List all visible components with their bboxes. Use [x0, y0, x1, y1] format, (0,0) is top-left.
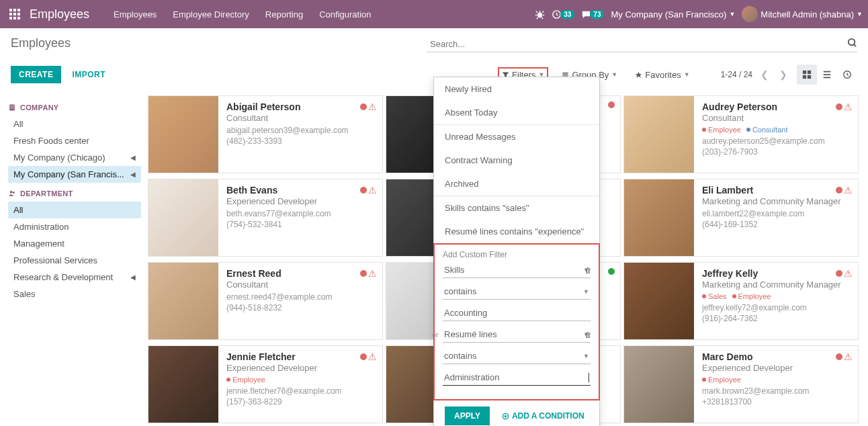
employee-card[interactable]: Jeffrey KellyMarketing and Community Man… [623, 262, 859, 340]
svg-rect-6 [808, 75, 811, 79]
list-view-button[interactable] [817, 65, 837, 85]
filter-option[interactable]: Absent Today [434, 101, 599, 124]
view-switcher [797, 65, 857, 85]
tag: Consultant [746, 126, 788, 134]
create-button[interactable]: CREATE [11, 66, 61, 83]
favorites-label: Favorites [645, 70, 681, 80]
status-dot-icon [360, 353, 367, 360]
tag: Employee [702, 376, 741, 384]
activity-icon[interactable]: 33 [552, 9, 574, 19]
nav-configuration[interactable]: Configuration [311, 9, 379, 19]
filter-field-select-1[interactable]: Skills▼ [443, 262, 591, 278]
sidebar-dept-header: DEPARTMENT [8, 189, 141, 198]
trash-icon[interactable]: 🗑 [584, 331, 592, 339]
filter-option[interactable]: Skills contains "sales" [434, 196, 599, 220]
pager-next[interactable]: ❯ [777, 67, 790, 83]
sidebar-company-item[interactable]: My Company (Chicago)◀ [8, 149, 141, 166]
employee-name: Jennie Fletcher [226, 351, 376, 362]
employee-name: Audrey Peterson [702, 101, 851, 112]
employee-email: audrey.peterson25@example.com [702, 136, 851, 146]
sidebar-dept-item[interactable]: Administration [8, 218, 141, 235]
tag: Employee [226, 376, 265, 384]
status-dot-icon [836, 103, 842, 110]
filter-option[interactable]: Newly Hired [434, 77, 599, 101]
pager-prev[interactable]: ❮ [758, 67, 771, 83]
filter-value-input-1[interactable]: Accounting [443, 305, 591, 321]
svg-point-0 [537, 12, 543, 17]
favorites-toggle[interactable]: Favorites ▼ [631, 67, 693, 83]
warning-icon: ⚠ [844, 268, 853, 279]
search-input[interactable] [427, 36, 857, 52]
svg-point-14 [13, 191, 15, 194]
status-dot-icon [360, 270, 367, 277]
filter-option[interactable]: Unread Messages [434, 125, 599, 148]
sidebar-dept-item[interactable]: Research & Development◀ [8, 269, 141, 286]
add-condition-button[interactable]: ADD A CONDITION [502, 411, 584, 421]
custom-filter-panel: Add Custom Filter Skills▼ 🗑 contains▼ Ac… [433, 243, 600, 400]
filter-op-select-2[interactable]: contains▼ [443, 348, 591, 364]
employee-phone: (754)-532-3841 [226, 220, 376, 229]
svg-rect-11 [11, 108, 12, 109]
svg-rect-10 [13, 105, 14, 107]
filter-option[interactable]: Archived [434, 172, 599, 196]
kanban-view-button[interactable] [797, 65, 817, 85]
employee-phone: (482)-233-3393 [226, 136, 376, 146]
employee-phone: (916)-264-7362 [702, 314, 851, 323]
sidebar-dept-item[interactable]: Professional Services [8, 252, 141, 269]
caret-down-icon: ▼ [857, 11, 863, 17]
status-dot-icon [836, 187, 842, 194]
apps-menu-icon[interactable] [5, 5, 24, 24]
employee-email: ernest.reed47@example.com [226, 292, 376, 302]
filter-option[interactable]: Contract Warning [434, 148, 599, 172]
employee-card[interactable]: Eli LambertMarketing and Community Manag… [623, 179, 859, 257]
sidebar-dept-item[interactable]: Management [8, 235, 141, 252]
app-title: Employees [30, 7, 89, 22]
sidebar-company-item[interactable]: All [8, 116, 141, 132]
nav-employee-directory[interactable]: Employee Directory [165, 9, 257, 19]
star-icon [635, 71, 642, 79]
trash-icon[interactable]: 🗑 [584, 266, 592, 274]
tag: Employee [732, 292, 771, 300]
plus-icon [502, 413, 509, 420]
messages-icon[interactable]: 73 [581, 9, 604, 19]
employee-name: Marc Demo [702, 351, 851, 362]
nav-reporting[interactable]: Reporting [257, 9, 311, 19]
employee-card[interactable]: Marc DemoExperienced DeveloperEmployeema… [623, 345, 859, 423]
warning-icon: ⚠ [844, 101, 853, 112]
employee-card[interactable]: Ernest ReedConsultanternest.reed47@examp… [148, 262, 383, 340]
status-dot-icon [608, 101, 615, 108]
sidebar-company-item[interactable]: Fresh Foods center [8, 132, 141, 149]
or-label: or [432, 331, 439, 339]
filter-field-select-2[interactable]: Resumé lines▼ [443, 327, 591, 343]
status-dot-icon [360, 103, 367, 110]
topbar: Employees Employees Employee Directory R… [0, 0, 868, 28]
svg-rect-4 [808, 71, 811, 74]
messages-badge: 73 [590, 10, 604, 19]
sidebar-dept-item[interactable]: Sales [8, 286, 141, 302]
employee-photo [624, 346, 694, 423]
search-icon[interactable] [847, 38, 857, 48]
sidebar-company-item[interactable]: My Company (San Francis...◀ [8, 166, 141, 183]
filter-op-select-1[interactable]: contains▼ [443, 284, 591, 300]
employee-card[interactable]: Beth EvansExperienced Developerbeth.evan… [148, 179, 383, 257]
activity-view-button[interactable] [837, 65, 857, 85]
import-button[interactable]: IMPORT [72, 70, 105, 79]
user-label: Mitchell Admin (shabna) [761, 9, 854, 19]
employee-photo [148, 179, 218, 256]
employee-card[interactable]: Abigail PetersonConsultantabigail.peters… [148, 95, 383, 173]
svg-rect-9 [11, 105, 12, 107]
filter-value-input-2[interactable]: Administration [443, 370, 591, 386]
nav-employees[interactable]: Employees [105, 9, 165, 19]
status-dot-icon [608, 268, 615, 275]
filter-option[interactable]: Resumé lines contains "experience" [434, 220, 599, 243]
employee-card[interactable]: Audrey PetersonConsultantEmployeeConsult… [623, 95, 859, 173]
apply-button[interactable]: APPLY [445, 407, 490, 425]
chevron-left-icon: ◀ [130, 154, 136, 161]
sidebar-dept-item[interactable]: All [8, 202, 141, 218]
employee-card[interactable]: Jennie FletcherExperienced DeveloperEmpl… [148, 345, 383, 423]
user-menu[interactable]: Mitchell Admin (shabna) ▼ [742, 6, 863, 22]
employee-phone: (644)-169-1352 [702, 220, 851, 229]
employee-name: Eli Lambert [702, 185, 851, 196]
company-switcher[interactable]: My Company (San Francisco) ▼ [611, 9, 735, 19]
debug-icon[interactable] [535, 9, 545, 19]
